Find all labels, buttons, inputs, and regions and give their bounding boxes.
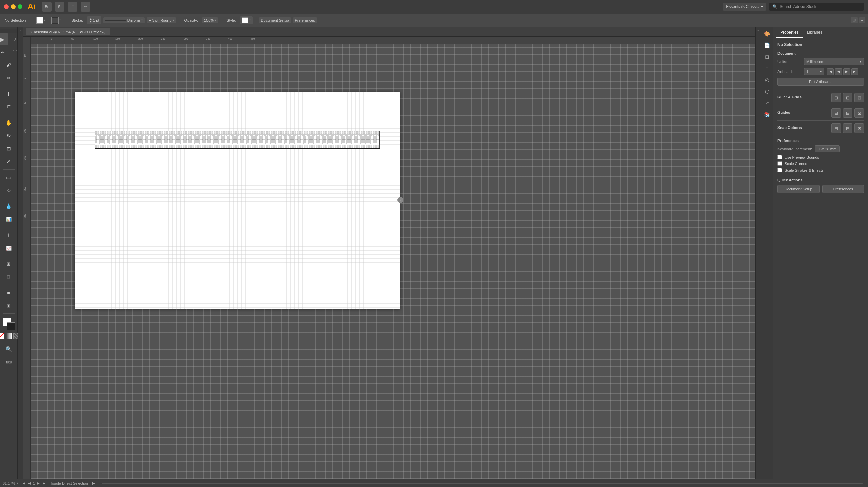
scale-corners-checkbox[interactable]	[777, 161, 782, 166]
ruler-icon-2[interactable]: ⊟	[843, 93, 852, 102]
opacity-value[interactable]: 100%	[204, 18, 214, 22]
maximize-button[interactable]	[18, 4, 22, 9]
stroke-type-selector[interactable]: Uniform ▾	[103, 17, 145, 23]
stroke-swatch[interactable]	[52, 17, 58, 24]
canvas-container[interactable]: // This will be rendered via SVG directl…	[31, 44, 755, 479]
artboard-selector[interactable]: 1 ▾	[804, 68, 824, 75]
units-selector[interactable]: Millimeters ▾	[804, 58, 864, 65]
export-icon[interactable]: ↗	[763, 98, 772, 108]
fill-swatch[interactable]	[36, 17, 43, 24]
v-ruler-mark-1: 50	[24, 54, 26, 57]
selection-tool[interactable]: ▶	[0, 33, 8, 45]
place-icon[interactable]: 📄	[763, 41, 772, 50]
effects-icon[interactable]: ◎	[763, 75, 772, 85]
opacity-control[interactable]: 100% ▾	[202, 17, 218, 23]
artboard-next-last[interactable]: ▶|	[851, 68, 858, 75]
stroke-value[interactable]: 1 pt	[93, 18, 99, 22]
guides-icon-2[interactable]: ⊟	[843, 108, 852, 118]
eyedropper-tool[interactable]: 💧	[3, 200, 15, 212]
guides-icon-1[interactable]: ⊞	[831, 108, 841, 118]
status-last-btn[interactable]: ▶|	[42, 481, 47, 486]
workspace-selector[interactable]: Essentials Classic ▾	[723, 3, 766, 11]
mesh-tool[interactable]: ⊞	[3, 299, 15, 312]
layers-icon[interactable]: ≡	[763, 64, 772, 73]
touch-type-tool[interactable]: IT	[3, 101, 15, 113]
curvature-tool[interactable]: ⌒	[9, 46, 21, 58]
snap-icon-2[interactable]: ⊟	[843, 123, 852, 133]
document-setup-button[interactable]: Document Setup	[259, 17, 291, 23]
grid-icon[interactable]: ⊞	[763, 52, 772, 62]
paint-icon[interactable]: 🎨	[763, 29, 772, 39]
close-button[interactable]	[4, 4, 9, 9]
scale-tool[interactable]: ⊡	[3, 142, 15, 155]
gradient-color[interactable]	[6, 333, 12, 339]
column-graph-tool[interactable]: 📈	[3, 242, 15, 254]
quick-preferences[interactable]: Preferences	[822, 185, 864, 193]
left-strip-collapse[interactable]: «	[20, 28, 21, 32]
status-play-btn[interactable]: ▶	[91, 481, 96, 486]
slice-tool[interactable]: ⊡	[3, 271, 15, 283]
tab-libraries[interactable]: Libraries	[803, 27, 827, 38]
keyboard-increment-value[interactable]: 0.3528 mm	[815, 145, 840, 152]
artboard-tool[interactable]: ⊞	[3, 258, 15, 270]
style-selector[interactable]: ▾	[240, 16, 253, 24]
preferences-button[interactable]: Preferences	[293, 17, 317, 23]
artboard-next[interactable]: ▶	[843, 68, 850, 75]
status-prev-btn[interactable]: ◀	[27, 481, 32, 486]
hand-tool[interactable]: ✋	[3, 117, 15, 129]
left-collapse[interactable]: ·	[0, 29, 17, 33]
arrange-view-btn[interactable]: ⊞	[851, 17, 858, 23]
rotate-tool[interactable]: ↻	[3, 130, 15, 142]
artboard-switch[interactable]: ⊡⊡	[3, 356, 15, 368]
library-icon[interactable]: 📚	[763, 110, 772, 119]
artboard[interactable]: // This will be rendered via SVG directl…	[75, 92, 400, 309]
pencil-tool[interactable]: ✏	[3, 72, 15, 84]
stroke-color[interactable]: ▾	[50, 16, 63, 25]
document-tab[interactable]: × laserfilm.ai @ 61.17% (RGB/GPU Preview…	[26, 28, 110, 35]
transform-tool[interactable]: ⤢	[3, 155, 15, 168]
search-stock[interactable]: 🔍 Search Adobe Stock	[769, 3, 864, 11]
ruler-mark-50: 50	[71, 37, 74, 40]
star-tool[interactable]: ☆	[3, 184, 15, 196]
bridge-icon[interactable]: Br	[42, 2, 52, 12]
rectangle-tool[interactable]: ▭	[3, 171, 15, 183]
fill-color[interactable]: ▾	[34, 16, 47, 25]
gradient-tool[interactable]: ■	[3, 287, 15, 299]
panels-btn[interactable]: ≡	[859, 17, 865, 23]
status-first-btn[interactable]: |◀	[21, 481, 26, 486]
symbol-sprayer-tool[interactable]: ✳	[3, 229, 15, 241]
minimize-button[interactable]	[11, 4, 16, 9]
cap-style[interactable]: ● 3 pt. Round ▾	[147, 17, 176, 23]
artboard-prev-first[interactable]: |◀	[827, 68, 834, 75]
direct-selection-tool[interactable]: ↗	[9, 33, 21, 45]
snap-icon-1[interactable]: ⊞	[831, 123, 841, 133]
tab-close-btn[interactable]: ×	[30, 30, 32, 34]
background-color[interactable]	[7, 322, 15, 330]
ruler-icon-1[interactable]: ⊞	[831, 93, 841, 102]
quick-document-setup[interactable]: Document Setup	[777, 185, 820, 193]
tab-properties[interactable]: Properties	[776, 27, 803, 38]
snap-icon-3[interactable]: ⊠	[854, 123, 864, 133]
status-next-btn[interactable]: ▶	[36, 481, 41, 486]
arrange-icon[interactable]: ⊞	[68, 2, 77, 12]
pen-icon[interactable]: ✏	[81, 2, 90, 12]
stock-icon[interactable]: St	[55, 2, 64, 12]
edit-artboards-button[interactable]: Edit Artboards	[777, 78, 864, 86]
use-preview-bounds-checkbox[interactable]	[777, 155, 782, 159]
text-tool[interactable]: T	[3, 88, 15, 100]
paintbrush-tool[interactable]: 🖌	[3, 59, 15, 71]
expand-handle[interactable]: ›	[397, 197, 403, 203]
status-scrollbar[interactable]	[99, 483, 865, 484]
vector-icon[interactable]: ⬡	[763, 87, 772, 96]
artboard-prev[interactable]: ◀	[835, 68, 842, 75]
ruler-icon-3[interactable]: ⊠	[854, 93, 864, 102]
chart-tool[interactable]: 📊	[3, 213, 15, 225]
scale-strokes-effects-checkbox[interactable]	[777, 168, 782, 172]
stroke-weight[interactable]: ▲▼ 1 pt	[87, 16, 101, 24]
none-color[interactable]	[0, 333, 4, 339]
guides-icon-3[interactable]: ⊠	[854, 108, 864, 118]
zoom-tool[interactable]: 🔍	[3, 343, 15, 355]
keyboard-increment-label: Keyboard Increment:	[777, 147, 812, 151]
pen-tool[interactable]: ✒	[0, 46, 8, 58]
right-collapse-strip[interactable]: »	[755, 27, 761, 479]
